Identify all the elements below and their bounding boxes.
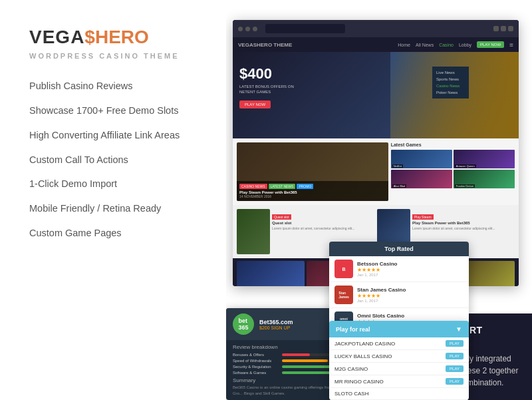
logo-prefix: VEGA	[29, 27, 84, 48]
browser-dot-yellow	[245, 27, 250, 31]
bar-label-security: Security & Regulation	[233, 365, 279, 369]
game-thumb-3[interactable]: Alice Mad	[391, 170, 452, 188]
bar-label-bonuses: Bonuses & Offers	[233, 353, 279, 357]
browser-icon	[493, 26, 499, 31]
nav-item-home[interactable]: Home	[398, 43, 410, 47]
nav-item-lobby[interactable]: Lobby	[459, 43, 471, 47]
play-real-item-luckyballs[interactable]: LUCKY BALLS CASINO PLAY	[329, 350, 469, 363]
browser-url-bar[interactable]	[265, 24, 345, 33]
logo: VEGA $ HERO	[29, 27, 197, 48]
nav-item-allnews[interactable]: All News	[416, 43, 434, 47]
list-item: Custom Game Pages	[29, 227, 197, 240]
browser-icon	[508, 26, 513, 31]
casino-blog-tags: CASINO NEWS LATEST NEWS PROMO	[239, 184, 386, 189]
casino-logo-stanjames: StanJames	[334, 286, 353, 304]
casino-hero-amount: $400	[239, 65, 294, 83]
blog2-title-2: Play Steam Power with Bet365	[412, 221, 515, 225]
play-btn-mrringo[interactable]: PLAY	[446, 378, 464, 385]
play-real-item-sloto[interactable]: SLOTO CASH	[329, 388, 469, 400]
list-item: 1-Click Demo Import	[29, 178, 197, 190]
latest-games-title: Latest Games	[391, 142, 515, 147]
feature-list: Publish Casino Reviews Showcase 1700+ Fr…	[29, 80, 197, 240]
blog2-thumb-1	[237, 209, 270, 254]
blog2-text-2: Lorem ipsum dolor sit amet, consectetur …	[412, 226, 515, 231]
blog2-tag-1: Quest slot	[272, 214, 291, 220]
nav-play-btn[interactable]: PLAY NOW	[477, 41, 504, 48]
casino-blog-right: Latest Games NetEnt Amazon Queen Alice M…	[391, 142, 515, 201]
game-card-1[interactable]	[237, 261, 305, 286]
casino-name-sloto: SLOTO CASH	[334, 391, 464, 397]
casino-stars-stanjames: ★★★★★	[357, 293, 464, 299]
play-for-real-dropdown: Play for real ▼ JACKPOTLAND CASINO PLAY …	[329, 321, 469, 400]
top-rated-item-2[interactable]: StanJames Stan James Casino ★★★★★ Jan 1,…	[329, 282, 469, 308]
casino-nav: VEGASHERO THEME Home All News Casino Lob…	[233, 37, 519, 52]
list-item: Showcase 1700+ Free Demo Slots	[29, 104, 197, 117]
play-btn-luckyballs[interactable]: PLAY	[446, 353, 464, 359]
logo-suffix: HERO	[95, 27, 149, 48]
casino-hero-text: $400 LATEST BONUS OFFERS ONNETENT GAMES …	[239, 65, 294, 108]
game-thumb-4[interactable]: Frankie Dettori	[454, 170, 515, 188]
play-btn-m2g[interactable]: PLAY	[446, 365, 464, 372]
casino-logo: VEGASHERO THEME	[238, 42, 292, 48]
casino-name-stanjames: Stan James Casino	[357, 287, 464, 293]
tag-casino-news: CASINO NEWS	[239, 184, 267, 189]
casino-name-omni: Omni Slots Casino	[357, 313, 464, 319]
casino-dropdown-menu: Live News Sports News Casino News Poker …	[432, 67, 469, 99]
list-item: Custom Call To Actions	[29, 154, 197, 166]
bar-label-withdrawals: Speed of Withdrawals	[233, 359, 279, 363]
casino-date-stanjames: Jan 1, 2017	[357, 299, 464, 303]
right-panel: VEGASHERO THEME Home All News Casino Lob…	[226, 0, 532, 400]
casino-date-betsson: Jan 1, 2017	[357, 273, 464, 277]
casino-blog-date: 14 NOVEMBER 2016	[239, 194, 386, 198]
dropdown-item-livenews[interactable]: Live News	[432, 69, 469, 76]
casino-hero-cta[interactable]: PLAY NOW	[239, 100, 271, 108]
game-label-4: Frankie Dettori	[455, 184, 475, 188]
casino-hero-subtitle: LATEST BONUS OFFERS ONNETENT GAMES	[239, 84, 294, 95]
blog2-tag-2: Play Steam	[412, 214, 434, 220]
play-btn-jackpotland[interactable]: PLAY	[446, 340, 464, 347]
browser-icon	[501, 26, 506, 31]
casino-name-luckyballs: LUCKY BALLS CASINO	[334, 353, 442, 359]
dropdown-item-sportsnews[interactable]: Sports News	[432, 76, 469, 83]
casino-name-m2g: M2G CASINO	[334, 366, 442, 372]
casino-logo-betsson: B	[334, 260, 353, 278]
play-for-real-button[interactable]: Play for real ▼	[329, 321, 469, 337]
casino-nav-items: Home All News Casino Lobby PLAY NOW ≡	[398, 41, 513, 49]
casino-stars-betsson: ★★★★★	[357, 267, 464, 273]
dropdown-arrow-icon: ▼	[456, 325, 462, 333]
blog2-title-1: Quest slot	[272, 221, 374, 225]
logo-subtitle: WORDPRESS CASINO THEME	[29, 52, 197, 60]
casino-name-jackpotland: JACKPOTLAND CASINO	[334, 341, 442, 347]
dropdown-item-pokernews[interactable]: Poker News	[432, 89, 469, 96]
casino-blog-section: CASINO NEWS LATEST NEWS PROMO Play Steam…	[233, 138, 519, 205]
game-thumb-1[interactable]: NetEnt	[391, 150, 452, 168]
browser-action-icons	[493, 26, 513, 31]
casino-blog-overlay: CASINO NEWS LATEST NEWS PROMO Play Steam…	[237, 181, 388, 201]
casino-games-grid: NetEnt Amazon Queen Alice Mad Frankie De…	[391, 150, 515, 188]
review-promo: $200 SIGN UP	[259, 325, 293, 330]
nav-item-casino[interactable]: Casino	[439, 43, 454, 47]
tag-latest-news: LATEST NEWS	[269, 184, 296, 189]
dropdown-item-casinonews[interactable]: Casino News	[432, 83, 469, 89]
play-real-item-jackpotland[interactable]: JACKPOTLAND CASINO PLAY	[329, 337, 469, 350]
play-real-item-mrringo[interactable]: MR RINGO CASINO PLAY	[329, 375, 469, 388]
browser-dot-red	[238, 27, 243, 31]
casino-blog-main[interactable]: CASINO NEWS LATEST NEWS PROMO Play Steam…	[237, 142, 388, 201]
review-brand-logo: bet365	[233, 313, 254, 335]
logo-dollar: $	[84, 27, 95, 48]
top-rated-header: Top Rated	[329, 242, 469, 256]
browser-bar	[233, 20, 519, 37]
play-for-real-label: Play for real	[336, 326, 370, 333]
list-item: Mobile Friendly / Retina Ready	[29, 202, 197, 215]
blog2-text-1: Lorem ipsum dolor sit amet, consectetur …	[272, 226, 374, 231]
top-rated-info-1: Betsson Casino ★★★★★ Jan 1, 2017	[357, 261, 464, 277]
top-rated-item-1[interactable]: B Betsson Casino ★★★★★ Jan 1, 2017	[329, 256, 469, 282]
hamburger-icon[interactable]: ≡	[509, 41, 513, 49]
left-panel: VEGA $ HERO WORDPRESS CASINO THEME Publi…	[0, 0, 226, 400]
casino-hero: $400 LATEST BONUS OFFERS ONNETENT GAMES …	[233, 52, 519, 138]
play-real-item-m2g[interactable]: M2G CASINO PLAY	[329, 363, 469, 375]
casino-name-betsson: Betsson Casino	[357, 261, 464, 267]
game-thumb-2[interactable]: Amazon Queen	[454, 150, 515, 168]
casino-name-mrringo: MR RINGO CASINO	[334, 379, 442, 385]
tag-extra: PROMO	[297, 184, 313, 189]
